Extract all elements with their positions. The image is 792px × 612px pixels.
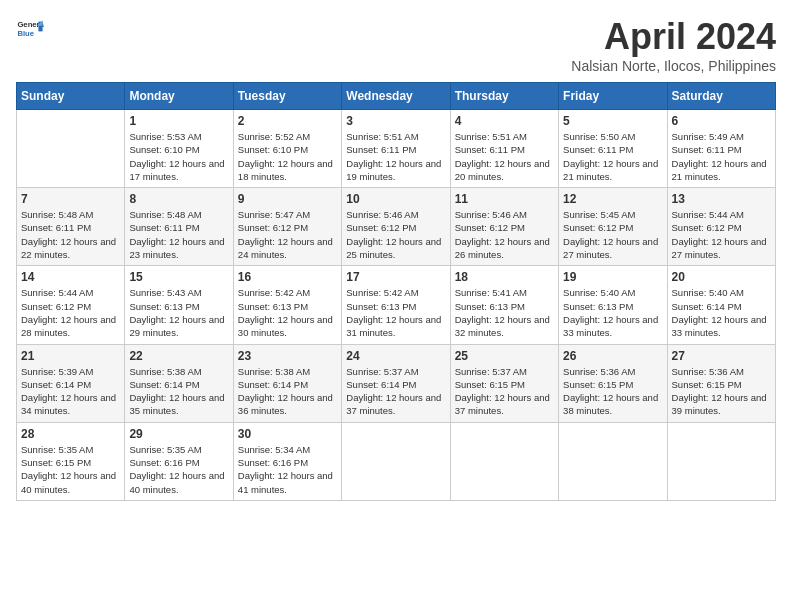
calendar-cell: 5Sunrise: 5:50 AMSunset: 6:11 PMDaylight… (559, 110, 667, 188)
calendar-week-row: 7Sunrise: 5:48 AMSunset: 6:11 PMDaylight… (17, 188, 776, 266)
day-number: 12 (563, 192, 662, 206)
title-block: April 2024 Nalsian Norte, Ilocos, Philip… (571, 16, 776, 74)
day-info: Sunrise: 5:47 AMSunset: 6:12 PMDaylight:… (238, 208, 337, 261)
day-number: 20 (672, 270, 771, 284)
calendar-cell: 19Sunrise: 5:40 AMSunset: 6:13 PMDayligh… (559, 266, 667, 344)
day-info: Sunrise: 5:42 AMSunset: 6:13 PMDaylight:… (346, 286, 445, 339)
day-number: 2 (238, 114, 337, 128)
weekday-header: Thursday (450, 83, 558, 110)
day-info: Sunrise: 5:38 AMSunset: 6:14 PMDaylight:… (238, 365, 337, 418)
weekday-header: Friday (559, 83, 667, 110)
calendar-cell: 30Sunrise: 5:34 AMSunset: 6:16 PMDayligh… (233, 422, 341, 500)
calendar-cell: 18Sunrise: 5:41 AMSunset: 6:13 PMDayligh… (450, 266, 558, 344)
calendar-cell: 8Sunrise: 5:48 AMSunset: 6:11 PMDaylight… (125, 188, 233, 266)
day-number: 17 (346, 270, 445, 284)
day-number: 8 (129, 192, 228, 206)
day-info: Sunrise: 5:43 AMSunset: 6:13 PMDaylight:… (129, 286, 228, 339)
day-info: Sunrise: 5:53 AMSunset: 6:10 PMDaylight:… (129, 130, 228, 183)
calendar-week-row: 28Sunrise: 5:35 AMSunset: 6:15 PMDayligh… (17, 422, 776, 500)
calendar-cell: 26Sunrise: 5:36 AMSunset: 6:15 PMDayligh… (559, 344, 667, 422)
calendar-cell: 10Sunrise: 5:46 AMSunset: 6:12 PMDayligh… (342, 188, 450, 266)
weekday-header: Tuesday (233, 83, 341, 110)
day-number: 26 (563, 349, 662, 363)
calendar-cell: 28Sunrise: 5:35 AMSunset: 6:15 PMDayligh… (17, 422, 125, 500)
day-number: 1 (129, 114, 228, 128)
calendar-cell: 22Sunrise: 5:38 AMSunset: 6:14 PMDayligh… (125, 344, 233, 422)
day-number: 16 (238, 270, 337, 284)
weekday-header: Saturday (667, 83, 775, 110)
weekday-header: Sunday (17, 83, 125, 110)
calendar-cell (667, 422, 775, 500)
calendar-cell: 20Sunrise: 5:40 AMSunset: 6:14 PMDayligh… (667, 266, 775, 344)
calendar-cell: 6Sunrise: 5:49 AMSunset: 6:11 PMDaylight… (667, 110, 775, 188)
calendar-cell: 25Sunrise: 5:37 AMSunset: 6:15 PMDayligh… (450, 344, 558, 422)
day-info: Sunrise: 5:44 AMSunset: 6:12 PMDaylight:… (672, 208, 771, 261)
day-number: 19 (563, 270, 662, 284)
day-number: 6 (672, 114, 771, 128)
day-number: 7 (21, 192, 120, 206)
page-header: General Blue April 2024 Nalsian Norte, I… (16, 16, 776, 74)
logo: General Blue (16, 16, 44, 44)
day-info: Sunrise: 5:40 AMSunset: 6:14 PMDaylight:… (672, 286, 771, 339)
day-info: Sunrise: 5:50 AMSunset: 6:11 PMDaylight:… (563, 130, 662, 183)
calendar-cell: 9Sunrise: 5:47 AMSunset: 6:12 PMDaylight… (233, 188, 341, 266)
logo-icon: General Blue (16, 16, 44, 44)
day-info: Sunrise: 5:46 AMSunset: 6:12 PMDaylight:… (346, 208, 445, 261)
day-info: Sunrise: 5:46 AMSunset: 6:12 PMDaylight:… (455, 208, 554, 261)
calendar-cell: 11Sunrise: 5:46 AMSunset: 6:12 PMDayligh… (450, 188, 558, 266)
calendar-cell (17, 110, 125, 188)
day-number: 9 (238, 192, 337, 206)
day-info: Sunrise: 5:48 AMSunset: 6:11 PMDaylight:… (21, 208, 120, 261)
calendar-week-row: 14Sunrise: 5:44 AMSunset: 6:12 PMDayligh… (17, 266, 776, 344)
day-number: 30 (238, 427, 337, 441)
day-info: Sunrise: 5:49 AMSunset: 6:11 PMDaylight:… (672, 130, 771, 183)
day-number: 14 (21, 270, 120, 284)
calendar-cell (342, 422, 450, 500)
day-number: 15 (129, 270, 228, 284)
calendar-cell: 7Sunrise: 5:48 AMSunset: 6:11 PMDaylight… (17, 188, 125, 266)
day-info: Sunrise: 5:37 AMSunset: 6:14 PMDaylight:… (346, 365, 445, 418)
calendar-cell: 17Sunrise: 5:42 AMSunset: 6:13 PMDayligh… (342, 266, 450, 344)
day-number: 18 (455, 270, 554, 284)
day-number: 4 (455, 114, 554, 128)
day-info: Sunrise: 5:48 AMSunset: 6:11 PMDaylight:… (129, 208, 228, 261)
day-number: 23 (238, 349, 337, 363)
calendar-cell (450, 422, 558, 500)
day-number: 28 (21, 427, 120, 441)
day-info: Sunrise: 5:36 AMSunset: 6:15 PMDaylight:… (563, 365, 662, 418)
calendar-cell (559, 422, 667, 500)
day-info: Sunrise: 5:41 AMSunset: 6:13 PMDaylight:… (455, 286, 554, 339)
calendar-week-row: 1Sunrise: 5:53 AMSunset: 6:10 PMDaylight… (17, 110, 776, 188)
calendar-cell: 24Sunrise: 5:37 AMSunset: 6:14 PMDayligh… (342, 344, 450, 422)
day-number: 5 (563, 114, 662, 128)
calendar-cell: 16Sunrise: 5:42 AMSunset: 6:13 PMDayligh… (233, 266, 341, 344)
day-number: 11 (455, 192, 554, 206)
calendar-cell: 21Sunrise: 5:39 AMSunset: 6:14 PMDayligh… (17, 344, 125, 422)
day-info: Sunrise: 5:34 AMSunset: 6:16 PMDaylight:… (238, 443, 337, 496)
day-info: Sunrise: 5:35 AMSunset: 6:16 PMDaylight:… (129, 443, 228, 496)
day-number: 22 (129, 349, 228, 363)
day-number: 10 (346, 192, 445, 206)
calendar-cell: 29Sunrise: 5:35 AMSunset: 6:16 PMDayligh… (125, 422, 233, 500)
day-info: Sunrise: 5:39 AMSunset: 6:14 PMDaylight:… (21, 365, 120, 418)
day-info: Sunrise: 5:38 AMSunset: 6:14 PMDaylight:… (129, 365, 228, 418)
day-info: Sunrise: 5:42 AMSunset: 6:13 PMDaylight:… (238, 286, 337, 339)
month-title: April 2024 (571, 16, 776, 58)
day-info: Sunrise: 5:51 AMSunset: 6:11 PMDaylight:… (346, 130, 445, 183)
day-number: 29 (129, 427, 228, 441)
day-number: 3 (346, 114, 445, 128)
day-number: 27 (672, 349, 771, 363)
calendar-header-row: SundayMondayTuesdayWednesdayThursdayFrid… (17, 83, 776, 110)
calendar-table: SundayMondayTuesdayWednesdayThursdayFrid… (16, 82, 776, 501)
calendar-cell: 1Sunrise: 5:53 AMSunset: 6:10 PMDaylight… (125, 110, 233, 188)
calendar-cell: 13Sunrise: 5:44 AMSunset: 6:12 PMDayligh… (667, 188, 775, 266)
calendar-cell: 12Sunrise: 5:45 AMSunset: 6:12 PMDayligh… (559, 188, 667, 266)
calendar-cell: 3Sunrise: 5:51 AMSunset: 6:11 PMDaylight… (342, 110, 450, 188)
day-info: Sunrise: 5:36 AMSunset: 6:15 PMDaylight:… (672, 365, 771, 418)
calendar-cell: 15Sunrise: 5:43 AMSunset: 6:13 PMDayligh… (125, 266, 233, 344)
day-info: Sunrise: 5:37 AMSunset: 6:15 PMDaylight:… (455, 365, 554, 418)
weekday-header: Monday (125, 83, 233, 110)
day-info: Sunrise: 5:35 AMSunset: 6:15 PMDaylight:… (21, 443, 120, 496)
calendar-cell: 27Sunrise: 5:36 AMSunset: 6:15 PMDayligh… (667, 344, 775, 422)
day-info: Sunrise: 5:52 AMSunset: 6:10 PMDaylight:… (238, 130, 337, 183)
